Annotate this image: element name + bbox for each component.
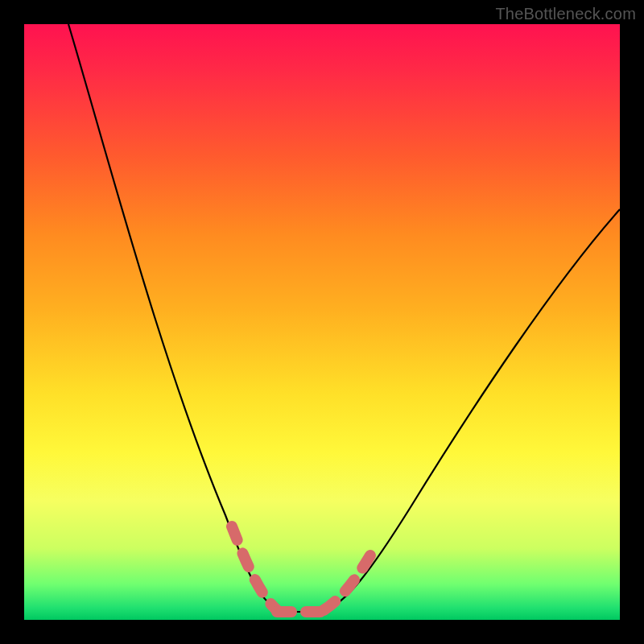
- chart-container: TheBottleneck.com: [0, 0, 644, 644]
- watermark-text: TheBottleneck.com: [495, 5, 636, 23]
- left-dash-highlight: [232, 526, 277, 610]
- right-dash-highlight: [324, 555, 370, 610]
- curve-svg: [24, 24, 620, 620]
- plot-area: [24, 24, 620, 620]
- bottleneck-curve: [68, 24, 620, 612]
